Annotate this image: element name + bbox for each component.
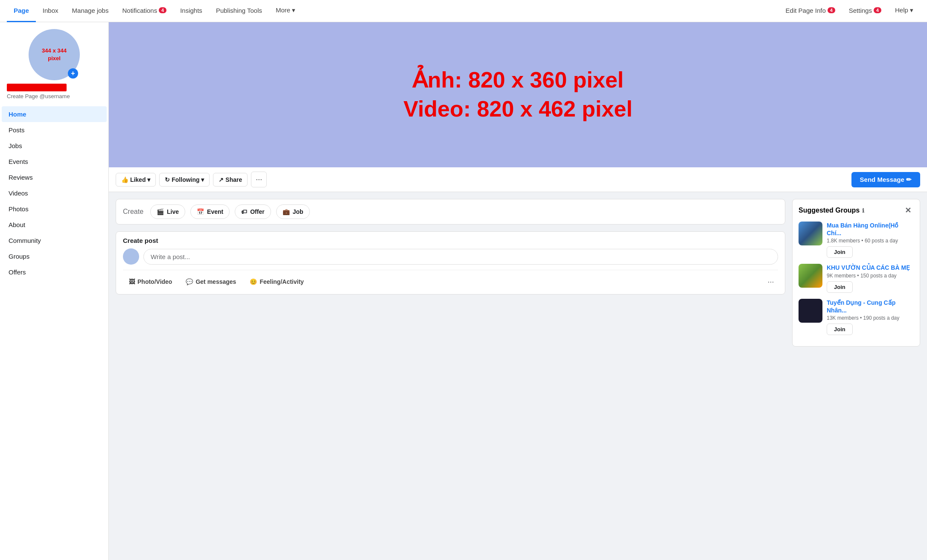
event-icon: 📅 bbox=[197, 208, 204, 215]
suggested-groups: Suggested Groups ℹ ✕ Mua Bán Hàng Online… bbox=[792, 199, 920, 347]
sidebar-item-reviews[interactable]: Reviews bbox=[2, 169, 107, 185]
nav-item-settings[interactable]: Settings 4 bbox=[842, 0, 888, 22]
right-sidebar: Suggested Groups ℹ ✕ Mua Bán Hàng Online… bbox=[792, 199, 920, 347]
more-actions-button[interactable]: ··· bbox=[251, 172, 267, 187]
sg-title: Suggested Groups bbox=[799, 207, 860, 214]
sidebar-item-offers[interactable]: Offers bbox=[2, 264, 107, 280]
nav-item-insights[interactable]: Insights bbox=[173, 0, 209, 22]
top-nav: Page Inbox Manage jobs Notifications 4 I… bbox=[0, 0, 927, 22]
post-action-more-button[interactable]: ··· bbox=[764, 274, 778, 289]
join-button-1[interactable]: Join bbox=[827, 246, 853, 258]
nav-items: Page Inbox Manage jobs Notifications 4 I… bbox=[7, 0, 302, 22]
create-label: Create bbox=[123, 208, 143, 216]
get-messages-icon: 💬 bbox=[186, 278, 193, 285]
share-button[interactable]: ↗ Share bbox=[213, 173, 248, 187]
join-button-3[interactable]: Join bbox=[827, 324, 853, 335]
group-info: KHU VƯỜN CỦA CÁC BÀ MẸ 9K members • 150 … bbox=[827, 264, 914, 292]
create-tools: Create 🎬 Live 📅 Event 🏷 Offer 💼 bbox=[116, 199, 785, 225]
sidebar-item-community[interactable]: Community bbox=[2, 233, 107, 248]
sidebar-item-jobs[interactable]: Jobs bbox=[2, 138, 107, 154]
feeling-activity-icon: 😊 bbox=[250, 278, 257, 285]
nav-item-publishing-tools[interactable]: Publishing Tools bbox=[209, 0, 269, 22]
posts-column: Create 🎬 Live 📅 Event 🏷 Offer 💼 bbox=[116, 199, 785, 347]
sidebar-item-home[interactable]: Home bbox=[2, 106, 107, 122]
sidebar-item-posts[interactable]: Posts bbox=[2, 122, 107, 138]
sidebar-nav: Home Posts Jobs Events Reviews Videos Ph… bbox=[0, 106, 108, 280]
nav-item-inbox[interactable]: Inbox bbox=[36, 0, 65, 22]
sidebar-item-videos[interactable]: Videos bbox=[2, 185, 107, 201]
group-thumbnail bbox=[799, 222, 822, 245]
sidebar-item-groups[interactable]: Groups bbox=[2, 248, 107, 264]
liked-button[interactable]: 👍 Liked ▾ bbox=[116, 173, 156, 187]
cover-photo: Ảnh: 820 x 360 pixel Video: 820 x 462 pi… bbox=[109, 22, 927, 167]
list-item: KHU VƯỜN CỦA CÁC BÀ MẸ 9K members • 150 … bbox=[799, 264, 914, 292]
photo-video-icon: 🖼 bbox=[129, 278, 135, 285]
nav-right: Edit Page Info 4 Settings 4 Help ▾ bbox=[779, 0, 920, 22]
nav-item-help[interactable]: Help ▾ bbox=[888, 0, 920, 22]
avatar-pixel-label: 344 x 344 pixel bbox=[42, 47, 67, 62]
live-button[interactable]: 🎬 Live bbox=[150, 204, 185, 219]
post-input-row: Write a post... bbox=[123, 248, 778, 265]
sidebar-item-events[interactable]: Events bbox=[2, 154, 107, 169]
sg-close-button[interactable]: ✕ bbox=[902, 204, 914, 216]
cover-text: Ảnh: 820 x 360 pixel Video: 820 x 462 pi… bbox=[403, 66, 633, 123]
post-input[interactable]: Write a post... bbox=[143, 249, 778, 265]
notifications-badge: 4 bbox=[159, 7, 166, 13]
job-button[interactable]: 💼 Job bbox=[276, 204, 310, 219]
send-message-button[interactable]: Send Message ✏ bbox=[851, 172, 920, 187]
post-actions: 🖼 Photo/Video 💬 Get messages 😊 Feeling/A… bbox=[123, 270, 778, 289]
group-name[interactable]: Mua Bán Hàng Online(Hồ Chí... bbox=[827, 222, 914, 237]
page-layout: 344 x 344 pixel + Create Page @username … bbox=[0, 22, 927, 560]
following-button[interactable]: ↻ Following ▾ bbox=[159, 173, 210, 187]
event-button[interactable]: 📅 Event bbox=[190, 204, 230, 219]
job-icon: 💼 bbox=[283, 208, 290, 215]
info-icon[interactable]: ℹ bbox=[862, 207, 864, 214]
left-sidebar: 344 x 344 pixel + Create Page @username … bbox=[0, 22, 109, 560]
create-post: Create post Write a post... 🖼 Photo/Vide… bbox=[116, 231, 785, 295]
offer-button[interactable]: 🏷 Offer bbox=[235, 204, 271, 219]
page-name-bar bbox=[7, 84, 67, 91]
avatar-plus-button[interactable]: + bbox=[68, 68, 78, 79]
action-bar: 👍 Liked ▾ ↻ Following ▾ ↗ Share ··· Send… bbox=[109, 167, 927, 192]
group-meta: 9K members • 150 posts a day bbox=[827, 273, 914, 279]
group-meta: 13K members • 190 posts a day bbox=[827, 315, 914, 321]
list-item: Tuyển Dụng - Cung Cấp Nhân... 13K member… bbox=[799, 299, 914, 335]
post-avatar bbox=[123, 248, 139, 265]
page-username: Create Page @username bbox=[7, 93, 102, 99]
settings-badge: 4 bbox=[874, 7, 881, 13]
group-name[interactable]: Tuyển Dụng - Cung Cấp Nhân... bbox=[827, 299, 914, 314]
edit-page-info-badge: 4 bbox=[828, 7, 835, 13]
nav-item-page[interactable]: Page bbox=[7, 0, 36, 22]
avatar: 344 x 344 pixel + bbox=[29, 29, 80, 80]
group-name[interactable]: KHU VƯỜN CỦA CÁC BÀ MẸ bbox=[827, 264, 914, 271]
list-item: Mua Bán Hàng Online(Hồ Chí... 1.8K membe… bbox=[799, 222, 914, 258]
photo-video-button[interactable]: 🖼 Photo/Video bbox=[123, 275, 178, 288]
group-thumbnail bbox=[799, 299, 822, 323]
offer-icon: 🏷 bbox=[241, 208, 247, 215]
feeling-activity-button[interactable]: 😊 Feeling/Activity bbox=[244, 275, 309, 288]
group-thumbnail bbox=[799, 264, 822, 288]
create-post-header: Create post bbox=[123, 237, 778, 244]
sidebar-item-photos[interactable]: Photos bbox=[2, 201, 107, 217]
group-meta: 1.8K members • 60 posts a day bbox=[827, 238, 914, 244]
profile-section: 344 x 344 pixel + Create Page @username bbox=[0, 22, 108, 106]
get-messages-button[interactable]: 💬 Get messages bbox=[180, 275, 242, 288]
content-area: Create 🎬 Live 📅 Event 🏷 Offer 💼 bbox=[109, 192, 927, 353]
nav-item-edit-page-info[interactable]: Edit Page Info 4 bbox=[779, 0, 842, 22]
join-button-2[interactable]: Join bbox=[827, 281, 853, 293]
nav-item-more[interactable]: More ▾ bbox=[269, 0, 302, 22]
main-content: Ảnh: 820 x 360 pixel Video: 820 x 462 pi… bbox=[109, 22, 927, 560]
sidebar-item-about[interactable]: About bbox=[2, 217, 107, 233]
group-info: Tuyển Dụng - Cung Cấp Nhân... 13K member… bbox=[827, 299, 914, 335]
sg-header: Suggested Groups ℹ ✕ bbox=[799, 204, 914, 216]
group-info: Mua Bán Hàng Online(Hồ Chí... 1.8K membe… bbox=[827, 222, 914, 258]
nav-item-notifications[interactable]: Notifications 4 bbox=[115, 0, 173, 22]
live-icon: 🎬 bbox=[157, 208, 164, 215]
nav-item-manage-jobs[interactable]: Manage jobs bbox=[65, 0, 116, 22]
